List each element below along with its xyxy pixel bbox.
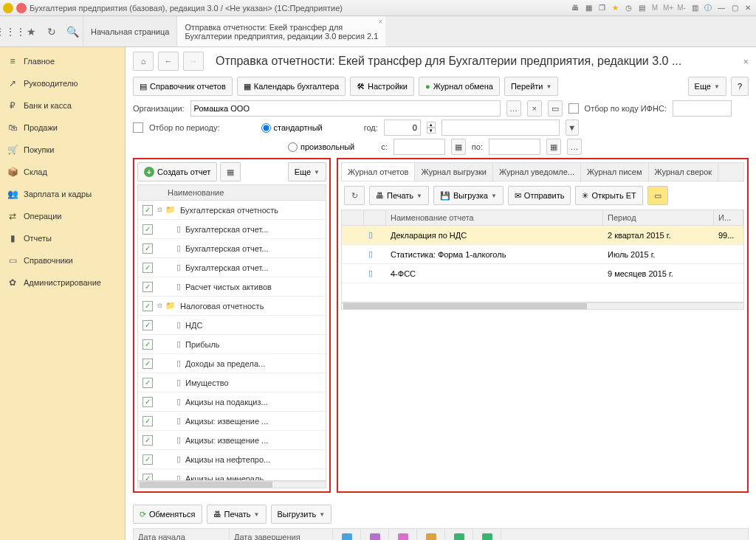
tree-hscroll[interactable]	[137, 481, 326, 488]
journal-tab-4[interactable]: Журнал сверок	[649, 163, 719, 181]
journal-tab-3[interactable]: Журнал писем	[581, 163, 648, 181]
tree-row[interactable]: ✓▯Бухгалтерская отчет...	[138, 239, 326, 258]
tree-row[interactable]: ✓▯Бухгалтерская отчет...	[138, 258, 326, 277]
year-up[interactable]: ▲	[427, 122, 436, 128]
org-clear-button[interactable]: ×	[527, 100, 542, 117]
calendar-button[interactable]: ▦ Календарь бухгалтера	[237, 77, 346, 96]
ref-button[interactable]: ▤ Справочник отчетов	[133, 77, 233, 96]
apps-icon[interactable]: ⋮⋮⋮	[0, 16, 21, 46]
forward-button[interactable]: →	[183, 52, 204, 71]
org-ellipsis-button[interactable]: …	[506, 100, 521, 117]
go-button[interactable]: Перейти ▼	[504, 77, 559, 96]
highlight-button[interactable]: ▭	[647, 186, 668, 205]
print-icon[interactable]: 🖶	[570, 3, 580, 13]
row-checkbox[interactable]: ✓	[142, 320, 153, 330]
journal-row[interactable]: ▯4-ФСС9 месяцев 2015 г.	[342, 264, 743, 283]
star-icon[interactable]: ★	[610, 3, 620, 13]
m-minus-icon[interactable]: M-	[676, 3, 687, 13]
row-checkbox[interactable]: ✓	[142, 474, 153, 482]
help-button[interactable]: ?	[731, 77, 749, 96]
print2-button[interactable]: 🖶 Печать ▼	[207, 505, 267, 524]
left-more-button[interactable]: Еще ▼	[288, 162, 326, 181]
more-button[interactable]: Еще ▼	[688, 77, 726, 96]
journal-row[interactable]: ▯Декларация по НДС2 квартал 2015 г.99...	[342, 226, 743, 245]
journal-button[interactable]: ● Журнал обмена	[419, 77, 500, 96]
journal-tab-2[interactable]: Журнал уведомле...	[493, 163, 581, 181]
year-down[interactable]: ▼	[427, 128, 436, 134]
row-checkbox[interactable]: ✓	[142, 301, 153, 311]
row-checkbox[interactable]: ✓	[142, 224, 153, 235]
journal-tab-1[interactable]: Журнал выгрузки	[415, 163, 492, 181]
sidebar-item-8[interactable]: ▮Отчеты	[0, 227, 125, 249]
export2-button[interactable]: Выгрузить ▼	[271, 505, 332, 524]
page-close-icon[interactable]: ×	[743, 56, 749, 67]
copy-icon[interactable]: ❐	[597, 3, 607, 13]
window-close-icon[interactable]: ✕	[743, 3, 753, 13]
create-report-button[interactable]: + Создать отчет	[137, 162, 217, 181]
journal-row[interactable]: ▯Статистика: Форма 1-алкогольИюль 2015 г…	[342, 245, 743, 264]
date-to-picker[interactable]: ▦	[546, 139, 561, 155]
sidebar-item-3[interactable]: 🛍Продажи	[0, 117, 125, 139]
calc-icon[interactable]: ▤	[636, 3, 647, 13]
search-icon[interactable]: 🔍	[62, 16, 83, 46]
tree-row[interactable]: ✓▯Прибыль	[138, 335, 326, 354]
row-checkbox[interactable]: ✓	[142, 282, 153, 292]
date-from-picker[interactable]: ▦	[451, 139, 466, 155]
sidebar-item-5[interactable]: 📦Склад	[0, 161, 125, 183]
tree-row[interactable]: ✓▯Акцизы: извещение ...	[138, 412, 326, 431]
sidebar-item-7[interactable]: ⇄Операции	[0, 205, 125, 227]
row-checkbox[interactable]: ✓	[142, 339, 153, 350]
home-button[interactable]: ⌂	[133, 52, 154, 71]
period-dropdown[interactable]: ▼	[566, 120, 579, 136]
tree-row[interactable]: ✓▯Доходы за предела...	[138, 354, 326, 373]
open-et-button[interactable]: ✳ Открыть ЕТ	[575, 186, 642, 205]
sidebar-item-4[interactable]: 🛒Покупки	[0, 139, 125, 161]
sidebar-item-2[interactable]: ₽Банк и касса	[0, 94, 125, 117]
tree-row[interactable]: ✓▯Имущество	[138, 373, 326, 392]
sidebar-item-1[interactable]: ↗Руководителю	[0, 72, 125, 94]
ifns-checkbox[interactable]	[568, 103, 579, 114]
minimize-icon[interactable]: —	[716, 3, 726, 13]
favorite-icon[interactable]: ★	[21, 16, 41, 46]
row-checkbox[interactable]: ✓	[142, 416, 153, 426]
row-checkbox[interactable]: ✓	[142, 435, 153, 446]
calendar-small-button[interactable]: ▦	[220, 162, 241, 181]
print-button[interactable]: 🖶 Печать ▼	[369, 186, 429, 205]
reports-tree[interactable]: ✓⊟ 📁Бухгалтерская отчетность✓▯Бухгалтерс…	[137, 201, 326, 481]
tab-reporting[interactable]: Отправка отчетности: Екей трансфер для Б…	[176, 16, 385, 46]
tab-close-icon[interactable]: ×	[378, 18, 382, 26]
row-checkbox[interactable]: ✓	[142, 205, 153, 215]
journal-grid[interactable]: ▯Декларация по НДС2 квартал 2015 г.99...…	[341, 226, 744, 302]
m-plus-icon[interactable]: M+	[663, 3, 673, 13]
sidebar-item-6[interactable]: 👥Зарплата и кадры	[0, 183, 125, 205]
radio-standard[interactable]: стандартный	[261, 123, 323, 133]
sidebar-item-10[interactable]: ✿Администрирование	[0, 271, 125, 294]
tree-row[interactable]: ✓⊟ 📁Налоговая отчетность	[138, 297, 326, 316]
close-dot-icon[interactable]	[16, 3, 27, 13]
tree-row[interactable]: ✓▯Акцизы на минераль...	[138, 469, 326, 481]
radio-custom[interactable]: произвольный	[288, 142, 354, 152]
tree-row[interactable]: ✓▯Акцизы на подакциз...	[138, 392, 326, 412]
maximize-icon[interactable]: ▢	[729, 3, 740, 13]
org-open-button[interactable]: ▭	[548, 100, 563, 117]
org-input[interactable]	[190, 100, 501, 117]
m-icon[interactable]: M	[650, 3, 660, 13]
sidebar-item-9[interactable]: ▭Справочники	[0, 249, 125, 271]
year-input[interactable]	[384, 120, 421, 136]
doc-icon[interactable]: ▦	[583, 3, 594, 13]
sidebar-item-0[interactable]: ≡Главное	[0, 50, 125, 72]
panel-icon[interactable]: ▥	[690, 3, 700, 13]
date-from[interactable]	[394, 139, 445, 155]
date-to[interactable]	[489, 139, 540, 155]
settings-button[interactable]: 🛠 Настройки	[350, 77, 414, 96]
row-checkbox[interactable]: ✓	[142, 263, 153, 273]
tree-row[interactable]: ✓⊟ 📁Бухгалтерская отчетность	[138, 201, 326, 220]
history-icon[interactable]: ↻	[41, 16, 62, 46]
date-ellipsis[interactable]: …	[567, 139, 582, 155]
row-checkbox[interactable]: ✓	[142, 454, 153, 465]
row-checkbox[interactable]: ✓	[142, 243, 153, 254]
row-checkbox[interactable]: ✓	[142, 397, 153, 407]
row-checkbox[interactable]: ✓	[142, 359, 153, 369]
tree-row[interactable]: ✓▯Расчет чистых активов	[138, 277, 326, 297]
period-select[interactable]	[441, 120, 560, 136]
